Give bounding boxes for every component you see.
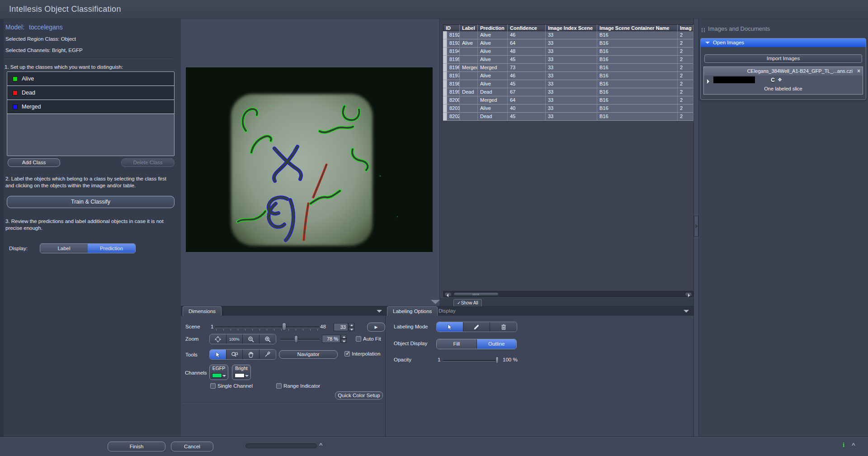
open-images-header[interactable]: Open Images xyxy=(701,38,866,47)
file-name[interactable]: CElegans_384Well_A1-B24_GFP_TL_...ans.cz… xyxy=(704,67,863,76)
table-cell[interactable]: 64 xyxy=(508,96,546,104)
table-cell[interactable]: Merged xyxy=(478,96,508,104)
table-cell[interactable]: 73 xyxy=(508,64,546,72)
labeling-erase-mode-button[interactable] xyxy=(490,322,517,332)
table-cell[interactable]: 33 xyxy=(546,72,597,80)
table-cell[interactable]: Alive xyxy=(478,39,508,48)
table-cell[interactable]: 33 xyxy=(546,104,597,113)
info-icon[interactable]: i xyxy=(843,441,844,449)
table-cell[interactable]: B16 xyxy=(597,72,678,80)
tab-dimensions[interactable]: Dimensions xyxy=(183,306,222,316)
panel-collapse-icon[interactable] xyxy=(431,300,440,304)
row-selector[interactable] xyxy=(443,80,447,88)
microscopy-image-viewer[interactable] xyxy=(186,67,433,252)
table-cell[interactable]: 8192 xyxy=(447,31,460,39)
close-icon[interactable]: × xyxy=(857,68,860,74)
zoom-value-input[interactable]: 78 % xyxy=(322,335,340,343)
row-selector[interactable] xyxy=(443,48,447,56)
table-cell[interactable]: 2 xyxy=(678,80,693,88)
channel-chip-egfp[interactable]: EGFP xyxy=(209,365,228,380)
table-cell[interactable] xyxy=(460,96,478,104)
channel-chip-bright[interactable]: Bright xyxy=(232,365,251,380)
row-selector[interactable] xyxy=(443,72,447,80)
table-cell[interactable]: B16 xyxy=(597,88,678,96)
zoom-select-tool-button[interactable] xyxy=(226,350,243,359)
objects-table[interactable]: IDLabelPredictionConfidenceImage Index S… xyxy=(443,24,693,121)
table-cell[interactable]: B16 xyxy=(597,64,678,72)
table-cell[interactable]: 2 xyxy=(678,64,693,72)
outline-option[interactable]: Outline xyxy=(476,339,517,349)
labeling-select-mode-button[interactable] xyxy=(437,322,463,332)
table-cell[interactable]: B16 xyxy=(597,56,678,64)
table-row[interactable]: 8198Alive4533B162 xyxy=(443,80,693,88)
spin-down-icon[interactable] xyxy=(341,339,347,343)
display-prediction-option[interactable]: Prediction xyxy=(88,244,135,253)
show-all-tab[interactable]: ✓Show All xyxy=(453,299,482,306)
table-row[interactable]: 8201Alive4033B162 xyxy=(443,104,693,113)
splitter-collapse-handle[interactable] xyxy=(694,216,698,237)
table-row[interactable]: 8199DeadDead6733B162 xyxy=(443,88,693,96)
class-list[interactable]: AliveDeadMerged xyxy=(7,71,175,156)
table-cell[interactable]: 67 xyxy=(508,88,546,96)
table-cell[interactable]: 45 xyxy=(508,113,546,121)
cursor-tool-button[interactable] xyxy=(210,350,226,359)
table-row[interactable]: 8196MergedMerged7333B162 xyxy=(443,64,693,72)
table-row[interactable]: 8200Merged6433B162 xyxy=(443,96,693,104)
table-cell[interactable]: 33 xyxy=(546,80,597,88)
table-cell[interactable]: 33 xyxy=(546,88,597,96)
scroll-right-button[interactable] xyxy=(685,292,692,297)
scroll-left-button[interactable] xyxy=(444,292,452,297)
table-cell[interactable]: 8202 xyxy=(447,113,460,121)
zoom-100-button[interactable]: 100% xyxy=(226,334,243,344)
scene-value-input[interactable]: 33 xyxy=(334,323,348,331)
table-cell[interactable]: 33 xyxy=(546,56,597,64)
column-header-image-scene-container-name[interactable]: Image Scene Container Name xyxy=(597,24,678,31)
chevron-down-icon[interactable] xyxy=(222,375,226,377)
auto-fit-checkbox[interactable] xyxy=(356,336,361,342)
table-cell[interactable]: Merged xyxy=(478,64,508,72)
table-cell[interactable]: 46 xyxy=(508,31,546,39)
row-selector[interactable] xyxy=(443,88,447,96)
zoom-slider[interactable] xyxy=(280,339,320,340)
table-cell[interactable]: B16 xyxy=(597,39,678,48)
column-header-prediction[interactable]: Prediction xyxy=(478,24,508,31)
range-indicator-checkbox[interactable] xyxy=(276,383,282,389)
table-cell[interactable]: 33 xyxy=(546,64,597,72)
picker-tool-button[interactable] xyxy=(259,350,276,359)
table-cell[interactable]: 40 xyxy=(508,104,546,113)
table-cell[interactable]: 8198 xyxy=(447,80,460,88)
delete-class-button[interactable]: Delete Class xyxy=(121,158,175,167)
row-selector[interactable] xyxy=(443,64,447,72)
expand-up-icon[interactable]: ^ xyxy=(319,442,323,448)
table-cell[interactable]: 2 xyxy=(678,113,693,121)
column-header-confidence[interactable]: Confidence xyxy=(508,24,546,31)
labeling-dropdown-chevron-icon[interactable] xyxy=(684,310,689,313)
column-header-label[interactable]: Label xyxy=(460,24,478,31)
table-cell[interactable]: 45 xyxy=(508,56,546,64)
table-row[interactable]: 8195Alive4533B162 xyxy=(443,56,693,64)
table-cell[interactable]: Alive xyxy=(478,72,508,80)
pan-hand-tool-button[interactable] xyxy=(243,350,259,359)
navigator-button[interactable]: Navigator xyxy=(279,350,338,359)
tab-labeling-options[interactable]: Labeling Options xyxy=(387,306,438,316)
finish-button[interactable]: Finish xyxy=(108,442,165,451)
single-channel-checkbox[interactable] xyxy=(210,383,216,389)
table-cell[interactable]: 2 xyxy=(678,39,693,48)
table-cell[interactable]: B16 xyxy=(597,31,678,39)
zoom-spinner[interactable] xyxy=(341,335,347,343)
table-cell[interactable]: B16 xyxy=(597,113,678,121)
table-cell[interactable] xyxy=(460,113,478,121)
table-cell[interactable]: 8193 xyxy=(447,39,460,48)
table-cell[interactable]: 33 xyxy=(546,39,597,48)
table-cell[interactable]: 46 xyxy=(508,72,546,80)
row-selector[interactable] xyxy=(443,113,447,121)
dimensions-dropdown-chevron-icon[interactable] xyxy=(377,310,382,313)
expander-triangle-icon[interactable] xyxy=(707,79,709,84)
channel-color-swatch[interactable] xyxy=(212,373,222,378)
spin-up-icon[interactable] xyxy=(341,335,347,339)
zoom-out-button[interactable] xyxy=(243,334,259,344)
fit-view-button[interactable] xyxy=(210,334,226,344)
class-row-dead[interactable]: Dead xyxy=(7,86,174,100)
table-cell[interactable]: 8195 xyxy=(447,56,460,64)
table-cell[interactable]: 45 xyxy=(508,80,546,88)
